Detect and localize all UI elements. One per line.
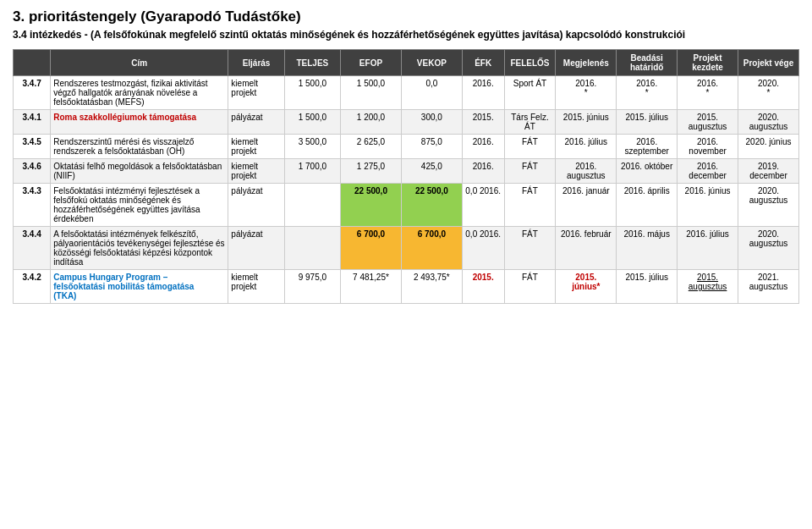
col-header-felelos: FELELŐS (504, 50, 556, 76)
col-header-efk: ÉFK (462, 50, 504, 76)
col-header-vekop: VEKOP (401, 50, 462, 76)
row-cim: A felsőoktatási intézmények felkészítő, … (51, 227, 228, 270)
row-vekop: 425,0 (401, 159, 462, 184)
row-efop: 22 500,0 (341, 184, 402, 227)
row-efk: 2016. (462, 76, 504, 110)
row-id: 3.4.4 (14, 227, 51, 270)
row-kezdete: 2016. december (678, 159, 738, 184)
row-felelos: FÁT (504, 159, 556, 184)
row-eljaras: pályázat (228, 184, 284, 227)
row-cim: Rendszerszintű mérési és visszajelző ren… (51, 135, 228, 159)
row-efop: 2 625,0 (341, 135, 402, 159)
col-header-megjelenes: Megjelenés (556, 50, 617, 76)
col-header-kezdete: Projekt kezdete (678, 50, 738, 76)
row-kezdete: 2015. augusztus (678, 110, 738, 135)
page-subtitle: 3.4 intézkedés - (A felsőfokúnak megfele… (13, 29, 799, 41)
row-efop: 6 700,0 (341, 227, 402, 270)
row-vekop: 2 493,75* (401, 270, 462, 304)
row-cim: Campus Hungary Program –felsőoktatási mo… (51, 270, 228, 304)
row-vekop: 6 700,0 (401, 227, 462, 270)
col-header-efop: EFOP (341, 50, 402, 76)
row-megjelenes: 2016. augusztus (556, 159, 617, 184)
row-vege: 2020. augusztus (738, 110, 799, 135)
row-vege: 2020. augusztus (738, 227, 799, 270)
row-efk: 2015. (462, 110, 504, 135)
col-header-vege: Projekt vége (738, 50, 799, 76)
row-kezdete: 2016. november (678, 135, 738, 159)
row-teljes: 1 700,0 (284, 159, 340, 184)
page-title: 3. prioritástengely (Gyarapodó Tudástőke… (13, 8, 799, 25)
row-efop: 1 500,0 (341, 76, 402, 110)
row-megjelenes: 2015. június (556, 110, 617, 135)
row-felelos: FÁT (504, 135, 556, 159)
row-teljes: 9 975,0 (284, 270, 340, 304)
row-vekop: 300,0 (401, 110, 462, 135)
row-cim: Felsőoktatási intézményi fejlesztések a … (51, 184, 228, 227)
row-vege: 2020.* (738, 76, 799, 110)
row-felelos: FÁT (504, 270, 556, 304)
col-header-beadasi: Beadási határidő (617, 50, 678, 76)
row-efk: 2015. (462, 270, 504, 304)
row-eljaras: kiemelt projekt (228, 76, 284, 110)
row-beadasi: 2016. május (617, 227, 678, 270)
row-felelos: Társ Felz. ÁT (504, 110, 556, 135)
row-teljes (284, 184, 340, 227)
row-beadasi: 2015. július (617, 270, 678, 304)
row-eljaras: kiemelt projekt (228, 270, 284, 304)
row-efop: 1 200,0 (341, 110, 402, 135)
row-vege: 2020. augusztus (738, 184, 799, 227)
row-id: 3.4.1 (14, 110, 51, 135)
row-felelos: FÁT (504, 184, 556, 227)
row-kezdete: 2015.augusztus (678, 270, 738, 304)
row-megjelenes: 2015.június* (556, 270, 617, 304)
row-eljaras: kiemelt projekt (228, 159, 284, 184)
row-efk: 0,0 2016. (462, 227, 504, 270)
row-eljaras: pályázat (228, 110, 284, 135)
col-header-teljes: TELJES (284, 50, 340, 76)
row-id: 3.4.7 (14, 76, 51, 110)
row-vege: 2020. június (738, 135, 799, 159)
row-vege: 2019. december (738, 159, 799, 184)
row-vege: 2021. augusztus (738, 270, 799, 304)
row-teljes: 1 500,0 (284, 76, 340, 110)
row-beadasi: 2016. április (617, 184, 678, 227)
row-teljes: 3 500,0 (284, 135, 340, 159)
row-beadasi: 2016. október (617, 159, 678, 184)
row-beadasi: 2015. július (617, 110, 678, 135)
row-id: 3.4.3 (14, 184, 51, 227)
row-kezdete: 2016. július (678, 227, 738, 270)
col-header-cim: Cím (51, 50, 228, 76)
col-header-eljaras: Eljárás (228, 50, 284, 76)
row-efk: 2016. (462, 135, 504, 159)
row-megjelenes: 2016. január (556, 184, 617, 227)
row-beadasi: 2016. szeptember (617, 135, 678, 159)
row-kezdete: 2016. június (678, 184, 738, 227)
row-felelos: FÁT (504, 227, 556, 270)
row-efk: 2016. (462, 159, 504, 184)
row-id: 3.4.6 (14, 159, 51, 184)
row-efop: 7 481,25* (341, 270, 402, 304)
row-vekop: 22 500,0 (401, 184, 462, 227)
row-cim: Oktatási felhő megoldások a felsőoktatás… (51, 159, 228, 184)
col-header-id (14, 50, 51, 76)
row-id: 3.4.5 (14, 135, 51, 159)
row-eljaras: kiemelt projekt (228, 135, 284, 159)
row-cim: Roma szakkollégiumok támogatása (51, 110, 228, 135)
row-beadasi: 2016.* (617, 76, 678, 110)
row-megjelenes: 2016.* (556, 76, 617, 110)
row-id: 3.4.2 (14, 270, 51, 304)
row-felelos: Sport ÁT (504, 76, 556, 110)
row-megjelenes: 2016. július (556, 135, 617, 159)
row-efop: 1 275,0 (341, 159, 402, 184)
row-efk: 0,0 2016. (462, 184, 504, 227)
row-kezdete: 2016.* (678, 76, 738, 110)
row-eljaras: pályázat (228, 227, 284, 270)
main-table: Cím Eljárás TELJES EFOP VEKOP ÉFK FELELŐ… (13, 49, 799, 304)
row-megjelenes: 2016. február (556, 227, 617, 270)
row-vekop: 875,0 (401, 135, 462, 159)
row-teljes: 1 500,0 (284, 110, 340, 135)
row-vekop: 0,0 (401, 76, 462, 110)
row-teljes (284, 227, 340, 270)
row-cim: Rendszeres testmozgást, fizikai aktivitá… (51, 76, 228, 110)
